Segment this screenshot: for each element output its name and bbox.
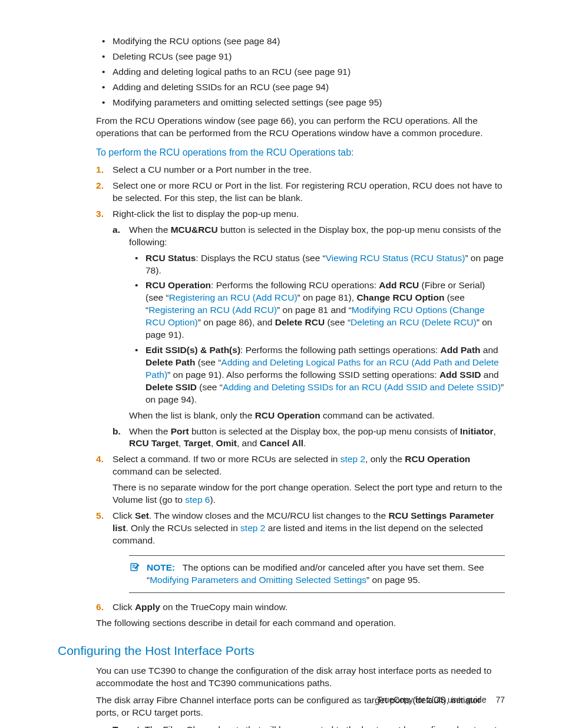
section-heading-configuring-ports: Configuring the Host Interface Ports <box>58 643 505 659</box>
link-step-2-a[interactable]: step 2 <box>340 454 365 464</box>
section-paragraph-1: You can use TC390 to change the configur… <box>96 665 505 690</box>
rcu-status-item: RCU Status: Displays the RCU status (see… <box>129 252 505 277</box>
note-icon <box>129 562 141 575</box>
target-item: Target: The Fibre Channel ports that wil… <box>96 724 505 728</box>
port-types-list: Target: The Fibre Channel ports that wil… <box>96 724 505 728</box>
list-item: Deleting RCUs (see page 91) <box>96 51 505 63</box>
list-item: Modifying the RCU options (see page 84) <box>96 35 505 48</box>
list-item: Adding and deleting logical paths to an … <box>96 66 505 78</box>
page-number: 77 <box>495 695 505 704</box>
list-item: Adding and deleting SSIDs for an RCU (se… <box>96 81 505 94</box>
link-viewing-rcu-status[interactable]: Viewing RCU Status (RCU Status) <box>326 253 465 263</box>
step-3b: When the Port button is selected at the … <box>113 426 505 450</box>
link-registering-rcu-2[interactable]: Registering an RCU (Add RCU) <box>148 305 277 315</box>
link-step-2-b[interactable]: step 2 <box>240 523 265 533</box>
edit-ssid-paths-item: Edit SSID(s) & Path(s): Performs the fol… <box>129 344 505 406</box>
procedure-steps: Select a CU number or a Port number in t… <box>96 164 505 614</box>
page-footer: TrueCopy for z/OS user guide77 <box>377 694 505 706</box>
step-2: Select one or more RCU or Port in the li… <box>96 180 505 205</box>
link-deleting-rcu[interactable]: Deleting an RCU (Delete RCU) <box>351 317 477 327</box>
step-4: Select a command. If two or more RCUs ar… <box>96 453 505 506</box>
link-add-delete-ssids[interactable]: Adding and Deleting SSIDs for an RCU (Ad… <box>223 382 501 392</box>
procedure-title: To perform the RCU operations from the R… <box>96 146 505 159</box>
link-step-6[interactable]: step 6 <box>185 495 210 505</box>
rcu-operation-item: RCU Operation: Performs the following RC… <box>129 279 505 341</box>
step-3-intro: Right-click the list to display the pop-… <box>113 209 299 219</box>
footer-title: TrueCopy for z/OS user guide <box>377 695 486 704</box>
note-label: NOTE: <box>147 562 175 572</box>
intro-paragraph: From the RCU Operations window (see page… <box>96 115 505 140</box>
top-bullet-list: Modifying the RCU options (see page 84) … <box>96 35 505 109</box>
link-modifying-parameters[interactable]: Modifying Parameters and Omitting Select… <box>150 575 366 585</box>
step-1: Select a CU number or a Port number in t… <box>96 164 505 176</box>
step-5: Click Set. The window closes and the MCU… <box>96 510 505 593</box>
list-item: Modifying parameters and omitting select… <box>96 97 505 109</box>
link-registering-rcu-1[interactable]: Registering an RCU (Add RCU) <box>169 292 297 302</box>
blank-list-note: When the list is blank, only the RCU Ope… <box>129 410 505 422</box>
step-3: Right-click the list to display the pop-… <box>96 208 505 450</box>
note-block: NOTE: The options can be modified and/or… <box>129 555 505 593</box>
step-3a: When the MCU&RCU button is selected in t… <box>113 224 505 422</box>
following-paragraph: The following sections describe in detai… <box>96 617 505 630</box>
step-6: Click Apply on the TrueCopy main window. <box>96 601 505 614</box>
